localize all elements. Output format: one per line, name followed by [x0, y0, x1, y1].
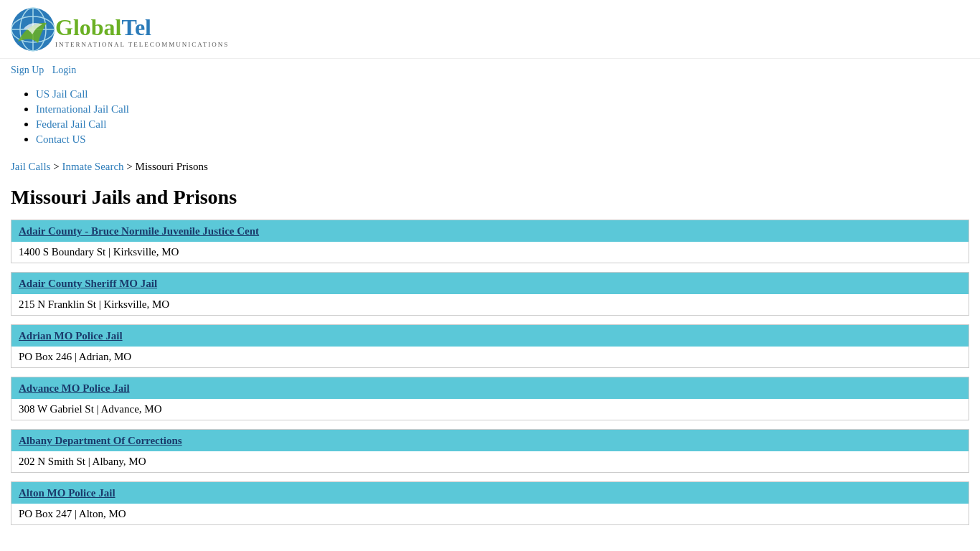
jail-address: 215 N Franklin St | Kirksville, MO — [11, 294, 969, 315]
jail-address: PO Box 246 | Adrian, MO — [11, 347, 969, 367]
logo-globe-icon — [11, 7, 55, 55]
signup-link[interactable]: Sign Up — [11, 65, 44, 75]
jail-item: Adair County Sheriff MO Jail215 N Frankl… — [11, 272, 969, 316]
jail-header: Adair County - Bruce Normile Juvenile Ju… — [11, 220, 969, 242]
nav-link[interactable]: Federal Jail Call — [36, 118, 106, 130]
nav-list: US Jail CallInternational Jail CallFeder… — [22, 88, 969, 146]
breadcrumb-jail-calls[interactable]: Jail Calls — [11, 161, 50, 172]
jail-item: Advance MO Police Jail308 W Gabriel St |… — [11, 377, 969, 420]
jail-name-link[interactable]: Adair County - Bruce Normile Juvenile Ju… — [19, 225, 259, 237]
jail-header: Adair County Sheriff MO Jail — [11, 273, 969, 294]
jail-item: Albany Department Of Corrections202 N Sm… — [11, 429, 969, 473]
jail-name-link[interactable]: Albany Department Of Corrections — [19, 435, 182, 446]
nav-item: International Jail Call — [36, 103, 969, 116]
nav-link[interactable]: Contact US — [36, 133, 86, 145]
jail-name-link[interactable]: Adrian MO Police Jail — [19, 330, 123, 342]
jail-name-link[interactable]: Alton MO Police Jail — [19, 487, 116, 499]
login-link[interactable]: Login — [52, 65, 76, 75]
jail-name-link[interactable]: Adair County Sheriff MO Jail — [19, 278, 157, 289]
nav-menu: US Jail CallInternational Jail CallFeder… — [0, 82, 980, 155]
logo-tagline: INTERNATIONAL TELECOMMUNICATIONS — [55, 41, 229, 48]
page-title-section: Missouri Jails and Prisons — [0, 179, 980, 220]
jail-header: Alton MO Police Jail — [11, 482, 969, 504]
logo-name: GlobalTel — [55, 14, 229, 41]
jail-item: Adrian MO Police JailPO Box 246 | Adrian… — [11, 324, 969, 368]
logo-tel: Tel — [121, 14, 151, 40]
jail-header: Advance MO Police Jail — [11, 377, 969, 399]
jail-name-link[interactable]: Advance MO Police Jail — [19, 382, 130, 394]
jail-item: Adair County - Bruce Normile Juvenile Ju… — [11, 220, 969, 263]
jail-address: PO Box 247 | Alton, MO — [11, 504, 969, 524]
auth-links: Sign Up Login — [0, 59, 980, 82]
breadcrumb: Jail Calls > Inmate Search > Missouri Pr… — [0, 155, 980, 179]
nav-item: Federal Jail Call — [36, 118, 969, 131]
breadcrumb-current: Missouri Prisons — [136, 161, 208, 172]
jail-header: Albany Department Of Corrections — [11, 430, 969, 451]
logo-area: GlobalTel INTERNATIONAL TELECOMMUNICATIO… — [11, 7, 969, 55]
logo-global: Global — [55, 14, 121, 40]
jails-list: Adair County - Bruce Normile Juvenile Ju… — [0, 220, 980, 525]
jail-address: 1400 S Boundary St | Kirksville, MO — [11, 242, 969, 263]
logo-text: GlobalTel INTERNATIONAL TELECOMMUNICATIO… — [55, 14, 229, 48]
nav-link[interactable]: US Jail Call — [36, 88, 88, 100]
jail-address: 308 W Gabriel St | Advance, MO — [11, 399, 969, 420]
breadcrumb-sep2: > — [126, 161, 135, 172]
nav-item: Contact US — [36, 133, 969, 146]
jail-item: Alton MO Police JailPO Box 247 | Alton, … — [11, 481, 969, 525]
jail-header: Adrian MO Police Jail — [11, 325, 969, 347]
breadcrumb-inmate-search[interactable]: Inmate Search — [62, 161, 123, 172]
jail-address: 202 N Smith St | Albany, MO — [11, 451, 969, 472]
nav-link[interactable]: International Jail Call — [36, 103, 129, 115]
breadcrumb-sep1: > — [53, 161, 62, 172]
nav-item: US Jail Call — [36, 88, 969, 100]
page-title: Missouri Jails and Prisons — [11, 186, 969, 209]
